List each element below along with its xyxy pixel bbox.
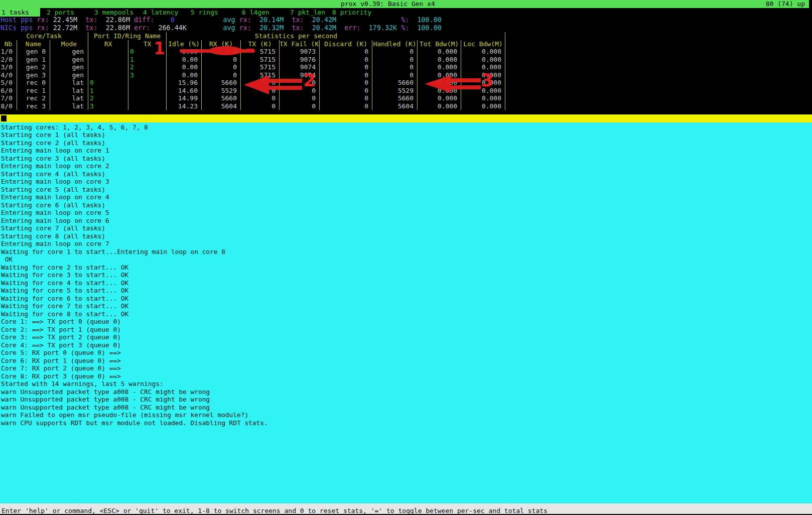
- table-cell: [128, 87, 167, 95]
- text-segment: [187, 24, 223, 32]
- log-line: Starting core 5 (all tasks): [1, 186, 812, 194]
- table-cell: gen 1: [17, 56, 50, 64]
- text-segment: %:: [401, 24, 409, 32]
- table-cell: 0.00: [167, 71, 202, 79]
- group-header-port-ring: Port ID/Ring Name: [88, 32, 167, 40]
- table-cell: RX: [88, 40, 128, 48]
- log-line: Core 5: RX port 0 (queue 0) ==>: [1, 349, 812, 357]
- text-segment: 20.32M: [259, 24, 284, 32]
- text-segment: [77, 24, 85, 32]
- text-segment: avg: [223, 24, 235, 32]
- table-cell: 14.60: [167, 87, 202, 95]
- table-cell: [88, 63, 128, 71]
- table-cell: 0: [241, 94, 280, 102]
- table-cell: 0.000: [418, 48, 461, 56]
- tab[interactable]: 8 priority: [332, 8, 371, 17]
- log-line: Core 8: RX port 3 (queue 0) ==>: [1, 372, 812, 380]
- table-cell: 0.000: [418, 71, 461, 79]
- text-segment: [251, 24, 259, 32]
- text-segment: rx:: [37, 24, 49, 32]
- text-segment: [336, 16, 401, 24]
- table-cell: lat: [50, 94, 88, 102]
- table-cell: Loc Bdw(M): [461, 40, 505, 48]
- text-segment: [304, 16, 312, 24]
- text-segment: 0: [171, 16, 175, 24]
- uptime-counter: 80 (74) up: [766, 1, 805, 8]
- table-cell: 5715: [241, 56, 280, 64]
- log-line: Starting cores: 1, 2, 3, 4, 5, 6, 7, 8: [1, 123, 812, 132]
- text-segment: tx:: [85, 16, 97, 24]
- table-cell: rec 3: [17, 102, 50, 110]
- log-line: Waiting for core 6 to start... OK: [1, 295, 812, 303]
- log-line: Waiting for core 2 to start... OK: [1, 264, 812, 272]
- table-cell: 0.00: [167, 56, 202, 64]
- text-segment: 100.00: [417, 24, 441, 32]
- text-segment: tx:: [85, 24, 97, 32]
- table-cell: gen 2: [17, 63, 50, 71]
- tab[interactable]: 3 mempools: [94, 8, 133, 17]
- table-cell: RX (K): [202, 40, 241, 48]
- tab[interactable]: 2 ports: [47, 8, 74, 17]
- tab[interactable]: 7 pkt_len: [290, 8, 325, 17]
- table-cell: 5660: [202, 79, 241, 87]
- table-row: 3/0gen 2gen20.00057159074000.0000.000: [0, 63, 505, 71]
- log-line: warn Unsupported packet type a008 - CRC …: [1, 404, 812, 412]
- table-cell: 9076: [280, 56, 320, 64]
- table-cell: 2: [128, 63, 167, 71]
- log-line: OK: [1, 255, 812, 264]
- table-row: NbNameModeRXTXIdle (%)RX (K)TX (K)TX Fai…: [0, 40, 505, 48]
- table-row: 5/0rec 0lat015.96566000056600.0000.000: [0, 79, 505, 87]
- log-line: Entering main loop on core 6: [1, 217, 812, 225]
- table-cell: 2/0: [0, 56, 17, 64]
- table-cell: [128, 102, 167, 110]
- tab[interactable]: 6 l4gen: [242, 8, 269, 17]
- table-cell: 0: [241, 87, 280, 95]
- table-cell: 0.000: [461, 79, 505, 87]
- text-segment: [397, 24, 401, 32]
- separator-bar: [0, 114, 812, 122]
- text-segment: [130, 24, 134, 32]
- table-cell: 0: [320, 63, 372, 71]
- table-cell: 5/0: [0, 79, 17, 87]
- log-line: Waiting for core 8 to start... OK: [1, 310, 812, 318]
- table-cell: 0.000: [461, 56, 505, 64]
- tab[interactable]: 5 rings: [191, 8, 218, 17]
- text-segment: [235, 16, 239, 24]
- table-cell: 0: [202, 63, 241, 71]
- table-cell: rec 0: [17, 79, 50, 87]
- table-cell: 5529: [372, 87, 418, 95]
- tab[interactable]: 4 latency: [143, 8, 178, 17]
- table-cell: Idle (%): [167, 40, 202, 48]
- text-segment: 100.00: [417, 16, 441, 24]
- text-segment: 22.86M: [106, 16, 130, 24]
- text-segment: 20.42M: [312, 24, 336, 32]
- text-segment: NICs pps: [1, 24, 33, 32]
- table-cell: 0: [372, 56, 418, 64]
- stats-table: Core/Task Port ID/Ring Name Statistics p…: [0, 32, 505, 110]
- table-cell: 5529: [202, 87, 241, 95]
- table-cell: Name: [17, 40, 50, 48]
- table-cell: gen: [50, 48, 88, 56]
- table-cell: 0: [241, 79, 280, 87]
- table-cell: [128, 94, 167, 102]
- table-cell: Handled (K): [372, 40, 418, 48]
- log-line: Entering main loop on core 5: [1, 209, 812, 217]
- text-segment: [409, 16, 417, 24]
- status-bar[interactable]: Enter 'help' or command, <ESC> or 'quit'…: [0, 503, 812, 514]
- tab-tasks-active[interactable]: 1 tasks: [0, 8, 40, 17]
- table-cell: 0: [280, 87, 320, 95]
- table-cell: 0: [372, 63, 418, 71]
- table-row: 1/0gen 0gen00.00057159073000.0000.000: [0, 48, 505, 56]
- table-cell: 0: [320, 48, 372, 56]
- table-cell: 0: [372, 48, 418, 56]
- table-cell: 0: [280, 102, 320, 110]
- table-cell: [128, 79, 167, 87]
- table-cell: Nb: [0, 40, 17, 48]
- table-cell: TX (K): [241, 40, 280, 48]
- table-cell: 0: [320, 79, 372, 87]
- text-segment: [304, 24, 312, 32]
- text-segment: %:: [401, 16, 409, 24]
- table-cell: 0: [320, 71, 372, 79]
- text-segment: rx:: [37, 16, 49, 24]
- log-line: Starting core 3 (all tasks): [1, 155, 812, 163]
